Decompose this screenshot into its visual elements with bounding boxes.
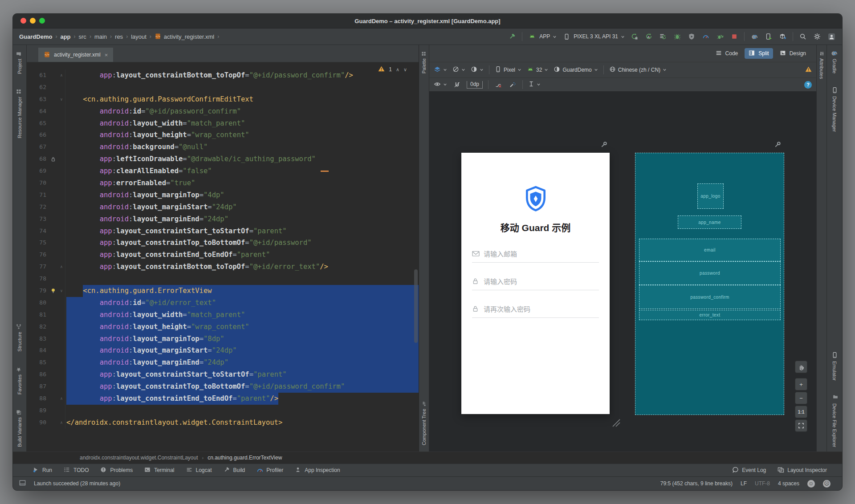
tool-button-profiler[interactable]: Profiler (256, 467, 283, 474)
design-preview-screen[interactable]: 移动 Guard 示例 请输入邮箱请输入密码请再次输入密码 (461, 153, 610, 414)
inspection-widget[interactable]: 1 ∧ ∨ (378, 66, 407, 73)
breadcrumb-item-layout[interactable]: layout (131, 33, 147, 40)
run-configuration-select[interactable]: APP (528, 32, 557, 41)
profiler-button[interactable] (701, 32, 710, 41)
line-separator[interactable]: LF (741, 480, 747, 487)
file-encoding[interactable]: UTF-8 (755, 480, 770, 487)
code-line-78[interactable]: 78 (27, 273, 419, 285)
blueprint-screen[interactable]: app_logoapp_nameemailpasswordpassword_co… (635, 153, 784, 415)
pack-menu[interactable] (528, 81, 541, 89)
blueprint-box-app_name[interactable]: app_name (678, 215, 741, 229)
mode-split[interactable]: Split (745, 48, 773, 59)
code-line-69[interactable]: 69 app:clearAllEnabled="false" (27, 165, 419, 177)
code-line-66[interactable]: 66 android:layout_height="wrap_content" (27, 129, 419, 141)
resize-handle-icon[interactable] (611, 418, 621, 427)
next-problem-icon[interactable]: ∨ (403, 67, 407, 73)
attach-debugger-button[interactable] (716, 32, 725, 41)
code-line-61[interactable]: 61∧ app:layout_constraintBottom_toTopOf=… (27, 69, 419, 81)
minimize-window-button[interactable] (30, 18, 36, 24)
tool-window-button-emulator[interactable]: Emulator (831, 352, 838, 381)
palette-tab[interactable]: Palette (421, 51, 427, 73)
autoconnect-magnet-icon[interactable] (452, 80, 461, 89)
code-line-75[interactable]: 75 app:layout_constraintTop_toBottomOf="… (27, 237, 419, 249)
component-tree-tab[interactable]: Component Tree (421, 402, 427, 445)
code-line-65[interactable]: 65 android:layout_width="match_parent" (27, 118, 419, 130)
code-line-82[interactable]: 82 android:layout_height="wrap_content" (27, 321, 419, 333)
device-menu[interactable]: Pixel (495, 66, 521, 74)
xml-breadcrumb-cn-authing-guard-errortextview[interactable]: cn.authing.guard.ErrorTextView (208, 455, 282, 461)
input-field-lock[interactable]: 请输入密码 (472, 276, 599, 290)
blueprint-box-email[interactable]: email (639, 239, 781, 261)
view-options-menu[interactable] (434, 81, 447, 89)
zoom-in-button[interactable]: + (795, 378, 807, 390)
tool-window-toggle-icon[interactable] (19, 480, 26, 488)
code-line-81[interactable]: 81 android:layout_width="match_parent" (27, 309, 419, 321)
settings-gear-icon[interactable] (813, 32, 822, 41)
night-mode-menu[interactable] (471, 66, 484, 74)
zoom-reset-button[interactable]: 1:1 (795, 406, 807, 418)
blueprint-box-password[interactable]: password (639, 261, 781, 285)
blueprint-box-app_logo[interactable]: app_logo (697, 183, 724, 209)
tool-button-app-inspection[interactable]: App Inspection (295, 467, 340, 474)
breadcrumb-item-activity-register-xml[interactable]: </>activity_register.xml (155, 33, 214, 40)
code-line-85[interactable]: 85 android:layout_marginEnd="24dp" (27, 357, 419, 369)
attributes-tab[interactable]: Attributes (819, 51, 824, 79)
indent-setting[interactable]: 4 spaces (778, 480, 799, 487)
code-line-76[interactable]: 76 app:layout_constraintEnd_toEndOf="par… (27, 249, 419, 261)
orientation-menu[interactable] (452, 66, 465, 74)
code-line-79[interactable]: 79∨ <cn.authing.guard.ErrorTextView (27, 285, 419, 297)
search-icon[interactable] (798, 32, 807, 41)
previous-problem-icon[interactable]: ∧ (396, 67, 399, 73)
breadcrumb-item-main[interactable]: main (94, 33, 107, 40)
debug-button[interactable] (673, 32, 682, 41)
xml-breadcrumb-androidx-constraintlayout-widget-constraintlayout[interactable]: androidx.constraintlayout.widget.Constra… (80, 455, 198, 461)
tool-window-button-resource-manager[interactable]: Resource Manager (16, 87, 23, 138)
code-line-83[interactable]: 83 android:layout_marginTop="8dp" (27, 333, 419, 345)
tool-window-button-gradle[interactable]: Gradle (831, 49, 838, 73)
breadcrumb-item-guarddemo[interactable]: GuardDemo (19, 33, 52, 40)
code-line-70[interactable]: 70 app:errorEnabled="true" (27, 177, 419, 189)
device-select[interactable]: PIXEL 3 XL API 31 (562, 32, 625, 41)
tool-window-button-device-manager[interactable]: Device Manager (831, 87, 838, 132)
input-field-mail[interactable]: 请输入邮箱 (472, 249, 599, 263)
code-line-73[interactable]: 73 android:layout_marginEnd="24dp" (27, 213, 419, 225)
clear-constraints-button[interactable] (494, 80, 503, 89)
breadcrumb-item-src[interactable]: src (79, 33, 86, 40)
blueprint-box-password_confirm[interactable]: password_confirm (639, 285, 781, 309)
bulb-gutter-icon[interactable] (48, 285, 58, 297)
tool-button-run[interactable]: Run (33, 467, 52, 474)
close-window-button[interactable] (20, 18, 26, 24)
breadcrumb-item-res[interactable]: res (115, 33, 123, 40)
tool-button-event-log[interactable]: Event Log (732, 467, 766, 474)
wrench-icon[interactable] (601, 141, 608, 148)
locale-menu[interactable]: Chinese (zh / CN) (609, 66, 667, 74)
tool-window-button-device-file-explorer[interactable]: Device File Explorer (831, 394, 838, 447)
happy-face-icon[interactable]: ☺ (807, 480, 815, 488)
sdk-manager-button[interactable] (778, 32, 787, 41)
tool-window-button-build-variants[interactable]: Build Variants (16, 408, 23, 447)
infer-constraints-button[interactable] (508, 80, 517, 89)
api-level-menu[interactable]: 32 (527, 66, 548, 74)
code-line-80[interactable]: 80 android:id="@+id/error_text" (27, 297, 419, 309)
apply-code-changes-button[interactable] (659, 32, 668, 41)
tool-button-logcat[interactable]: Logcat (186, 467, 212, 474)
default-margin-selector[interactable]: 0dp (467, 81, 483, 89)
code-line-89[interactable]: 89 (27, 405, 419, 417)
code-line-90[interactable]: 90∧</androidx.constraintlayout.widget.Co… (27, 417, 419, 429)
code-line-86[interactable]: 86 app:layout_constraintStart_toStartOf=… (27, 369, 419, 381)
rerun-button[interactable] (630, 32, 639, 41)
tool-window-button-favorites[interactable]: Favorites (16, 365, 23, 394)
code-line-88[interactable]: 88∧ app:layout_constraintEnd_toEndOf="pa… (27, 393, 419, 405)
close-tab-icon[interactable]: × (105, 52, 108, 58)
zoom-out-button[interactable]: − (795, 392, 807, 404)
tool-window-button-project[interactable]: Project (16, 49, 23, 74)
caret-position[interactable]: 79:5 (452 chars, 9 line breaks) (660, 480, 733, 487)
code-line-67[interactable]: 67 android:background="@null" (27, 141, 419, 153)
code-line-64[interactable]: 64 android:id="@+id/password_confirm" (27, 106, 419, 118)
editor-tab-activity-register[interactable]: </> activity_register.xml × (38, 48, 113, 62)
help-icon[interactable]: ? (804, 81, 812, 89)
breadcrumb-item-app[interactable]: app (60, 33, 70, 40)
profile-button[interactable] (687, 32, 696, 41)
code-line-62[interactable]: 62 (27, 81, 419, 93)
code-line-71[interactable]: 71 android:layout_marginTop="4dp" (27, 189, 419, 201)
